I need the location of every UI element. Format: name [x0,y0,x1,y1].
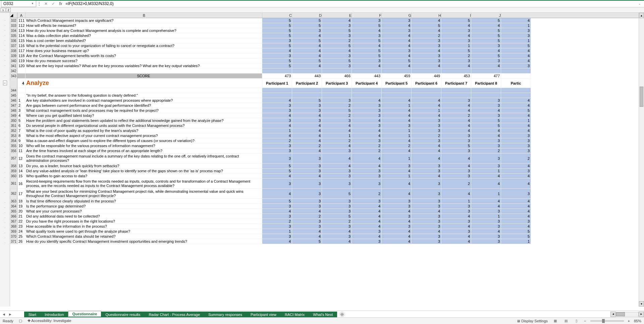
col-header-a[interactable]: A [17,13,25,18]
cell[interactable]: 4 [471,174,501,179]
participant-header[interactable]: Participant 6 [412,79,441,88]
cell[interactable]: 4 [292,174,322,179]
cell[interactable]: Who qualifies to gain access to data? [25,174,262,179]
cell[interactable]: 3 [352,179,382,189]
row-header[interactable]: 365 [10,209,17,214]
cell[interactable]: 10 [17,143,25,148]
cell[interactable]: 3 [292,108,322,113]
cell[interactable]: 4 [501,18,531,23]
cell[interactable]: 4 [471,133,501,138]
cell[interactable]: 5 [17,118,25,123]
cell[interactable] [262,68,292,74]
row-header[interactable]: 370 [10,234,17,239]
col-header-f[interactable]: F [352,13,382,18]
hscroll-left-button[interactable]: ◄ [610,312,616,317]
cell[interactable]: What is the most effective aspect of you… [25,133,262,138]
cell[interactable]: 112 [17,23,25,28]
cell[interactable]: 466 [322,74,352,79]
cell[interactable]: 4 [471,229,501,234]
cell[interactable]: 3 [292,224,322,229]
cell[interactable]: 3 [412,38,441,43]
cell[interactable]: 4 [262,189,292,199]
cell[interactable]: 4 [262,174,292,179]
cell[interactable] [292,68,322,74]
cell[interactable]: 3 [292,204,322,209]
cell[interactable]: 3 [501,169,531,174]
cell[interactable]: 3 [441,133,471,138]
cell[interactable]: 3 [501,138,531,143]
row-header[interactable]: 350 [10,118,17,123]
cell[interactable]: 3 [412,239,441,244]
cell[interactable]: 4 [501,98,531,103]
cell[interactable] [501,93,531,98]
cell[interactable]: 4 [292,209,322,214]
cell[interactable] [412,68,441,74]
row-header[interactable]: 355 [10,143,17,148]
cell[interactable]: 3 [441,174,471,179]
outline-node[interactable]: · [0,38,10,43]
cell[interactable] [322,88,352,93]
cell[interactable]: 3 [471,43,501,48]
cell[interactable]: 2 [262,138,292,143]
row-header[interactable]: 369 [10,229,17,234]
outline-node[interactable]: · [0,43,10,48]
outline-node[interactable]: · [0,216,10,221]
outline-node[interactable]: · [0,231,10,236]
row-header[interactable]: 340 [10,58,17,63]
cell[interactable]: 3 [382,164,412,169]
cell[interactable] [501,88,531,93]
cell[interactable]: 4 [352,118,382,123]
cell[interactable]: 1 [262,128,292,133]
cell[interactable]: 4 [352,43,382,48]
cell[interactable]: 20 [17,209,25,214]
cell[interactable]: 3 [471,103,501,108]
row-header[interactable]: 338 [10,48,17,53]
cell[interactable]: 3 [262,148,292,153]
cell[interactable]: 4 [262,239,292,244]
cell[interactable]: 4 [412,18,441,23]
outline-node[interactable]: · [0,115,10,120]
cell[interactable]: 3 [292,179,322,189]
row-header[interactable]: 345 [10,93,17,98]
cell[interactable]: 473 [262,74,292,79]
cell[interactable]: Was a data collection plan established? [25,33,262,38]
cell[interactable]: 5 [471,28,501,33]
row-header[interactable]: 344 [10,88,17,93]
cell[interactable]: 17 [17,189,25,199]
cell[interactable]: 4 [441,239,471,244]
cell[interactable]: 5 [471,118,501,123]
cell[interactable]: Are the time frames involved at each sta… [25,148,262,153]
normal-view-button[interactable]: ▦ [552,318,558,324]
outline-node[interactable]: · [0,236,10,241]
sheet-tab[interactable]: Summary responses [204,312,247,317]
cell[interactable]: 4 [382,33,412,38]
cell[interactable]: 1 [501,23,531,28]
outline-level-2-button[interactable]: 2 [6,8,11,12]
cell[interactable]: 3 [382,199,412,204]
cell[interactable]: 5 [292,38,322,43]
col-header-c[interactable]: C [262,13,292,18]
cell[interactable]: 3 [262,214,292,219]
cell[interactable]: Are key stakeholders are involved in con… [25,98,262,103]
sheet-tab[interactable]: Introduction [40,312,68,317]
col-header-b[interactable]: B [25,13,262,18]
cell[interactable]: 1 [412,108,441,113]
cell[interactable]: What are your current processes? [25,209,262,214]
macro-record-icon[interactable]: ▢ [19,319,22,323]
vertical-scroll-thumb[interactable] [640,87,643,107]
outline-level-1-button[interactable]: 1 [1,8,5,12]
scroll-down-button[interactable]: ▼ [639,301,644,307]
cell[interactable]: 4 [382,63,412,68]
cell[interactable] [262,88,292,93]
cell[interactable]: 5 [441,48,471,53]
cell[interactable]: 5 [352,48,382,53]
cell[interactable]: 9 [17,138,25,143]
outline-node[interactable]: · [0,130,10,135]
cell[interactable]: 3 [352,199,382,204]
cell[interactable] [412,88,441,93]
cell[interactable] [382,88,412,93]
cell[interactable]: 4 [412,113,441,118]
cell[interactable]: 4 [412,63,441,68]
cell[interactable]: 5 [471,33,501,38]
outline-node[interactable]: · [0,120,10,125]
